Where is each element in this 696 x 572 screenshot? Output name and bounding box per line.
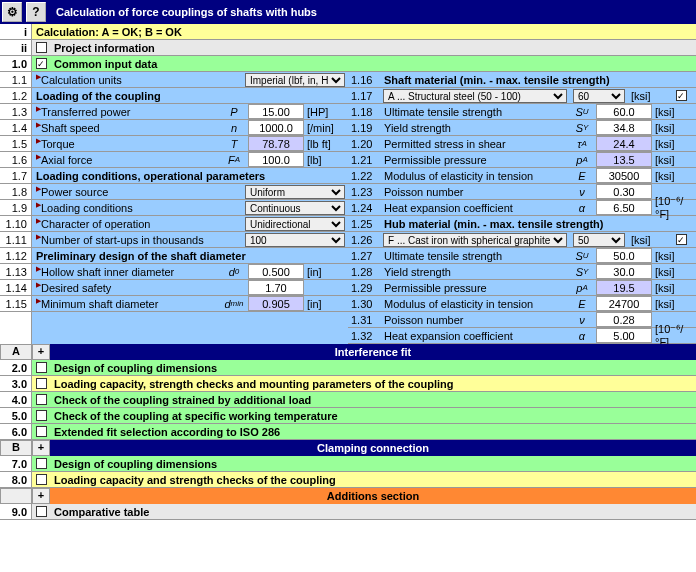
comment-marker: ▶ bbox=[36, 73, 41, 81]
section-tab-b[interactable]: B bbox=[0, 440, 32, 456]
section-title: Interference fit bbox=[50, 344, 696, 360]
input-value[interactable]: 1000.0 bbox=[248, 120, 304, 135]
row-num: 1.0 bbox=[0, 56, 32, 71]
checkbox[interactable] bbox=[36, 378, 47, 389]
shaft-material-select[interactable]: A ... Structural steel (50 - 100) bbox=[383, 89, 567, 103]
expand-button[interactable]: + bbox=[32, 488, 50, 504]
checkbox[interactable] bbox=[36, 410, 47, 421]
checkbox[interactable]: ✓ bbox=[676, 234, 687, 245]
shaft-material-val[interactable]: 60 bbox=[573, 89, 625, 103]
output-value: 78.78 bbox=[248, 136, 304, 151]
row-num: i bbox=[0, 24, 32, 39]
checkbox[interactable] bbox=[36, 458, 47, 469]
checkbox[interactable]: ✓ bbox=[36, 58, 47, 69]
expand-button[interactable]: + bbox=[32, 344, 50, 360]
input-value[interactable]: 100.0 bbox=[248, 152, 304, 167]
units-select[interactable]: Imperial (lbf, in, HP… bbox=[245, 73, 345, 87]
row-num: ii bbox=[0, 40, 32, 55]
section-tab-blank bbox=[0, 488, 32, 504]
section-title: Additions section bbox=[50, 488, 696, 504]
power-source-select[interactable]: Uniform bbox=[245, 185, 345, 199]
input-value[interactable]: 15.00 bbox=[248, 104, 304, 119]
checkbox[interactable] bbox=[36, 362, 47, 373]
hub-material-val[interactable]: 50 bbox=[573, 233, 625, 247]
app-title: Calculation of force couplings of shafts… bbox=[48, 6, 317, 18]
checkbox[interactable] bbox=[36, 394, 47, 405]
help-icon[interactable]: ? bbox=[26, 2, 46, 22]
input-value[interactable]: 0.500 bbox=[248, 264, 304, 279]
startups-select[interactable]: 100 bbox=[245, 233, 345, 247]
checkbox[interactable] bbox=[36, 42, 47, 53]
section-tab-a[interactable]: A bbox=[0, 344, 32, 360]
checkbox[interactable] bbox=[36, 474, 47, 485]
checkbox[interactable] bbox=[36, 426, 47, 437]
output-value: 0.905 bbox=[248, 296, 304, 311]
title-bar: ⚙ ? Calculation of force couplings of sh… bbox=[0, 0, 696, 24]
project-info: Project information bbox=[50, 40, 696, 55]
input-value[interactable]: 1.70 bbox=[248, 280, 304, 295]
operation-select[interactable]: Unidirectional bbox=[245, 217, 345, 231]
calc-status: Calculation: A = OK; B = OK bbox=[32, 24, 696, 39]
checkbox[interactable] bbox=[36, 506, 47, 517]
app-icon[interactable]: ⚙ bbox=[2, 2, 22, 22]
checkbox[interactable]: ✓ bbox=[676, 90, 687, 101]
section-header: Common input data bbox=[50, 56, 696, 71]
hub-material-select[interactable]: F ... Cast iron with spherical graphite … bbox=[383, 233, 567, 247]
loading-cond-select[interactable]: Continuous bbox=[245, 201, 345, 215]
expand-button[interactable]: + bbox=[32, 440, 50, 456]
section-title: Clamping connection bbox=[50, 440, 696, 456]
